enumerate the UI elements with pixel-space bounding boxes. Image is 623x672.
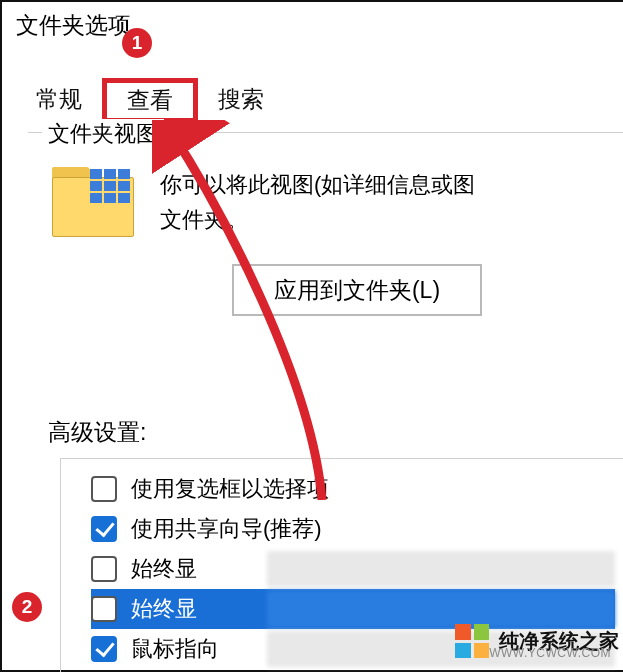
folder-view-description: 你可以将此视图(如详细信息或图 文件夹。 (160, 167, 475, 237)
adv-item-label: 鼠标指向 (131, 634, 219, 664)
checkbox-icon[interactable] (91, 476, 117, 502)
apply-to-folders-button[interactable]: 应用到文件夹(L) (232, 264, 482, 316)
watermark: 纯净系统之家 WWW.YCWCW.COM (455, 624, 619, 658)
folder-icon (52, 167, 134, 237)
window-title: 文件夹选项 (16, 10, 131, 41)
adv-item-label: 始终显 (131, 594, 197, 624)
adv-item-sharing-wizard[interactable]: 使用共享向导(推荐) (91, 509, 615, 549)
adv-item-always-show-1[interactable]: 始终显 (91, 549, 615, 589)
folder-view-group-label: 文件夹视图 (42, 119, 164, 149)
adv-item-always-show-2[interactable]: 始终显 (91, 589, 615, 629)
checkbox-icon[interactable] (91, 556, 117, 582)
tab-view[interactable]: 查看 (102, 78, 198, 123)
folder-view-group: 文件夹视图 你可以将此视图(如详细信息或图 文件夹。 (28, 132, 623, 237)
checkbox-icon[interactable] (91, 636, 117, 662)
adv-item-label: 使用复选框以选择项 (131, 474, 329, 504)
adv-item-checkbox-select[interactable]: 使用复选框以选择项 (91, 469, 615, 509)
annotation-marker-2: 2 (12, 592, 42, 622)
watermark-logo-icon (455, 624, 489, 658)
adv-item-label: 使用共享向导(推荐) (131, 514, 322, 544)
adv-item-label: 始终显 (131, 554, 197, 584)
tab-general[interactable]: 常规 (16, 78, 102, 123)
folder-view-desc-line2: 文件夹。 (160, 202, 475, 237)
checkbox-icon[interactable] (91, 596, 117, 622)
advanced-settings-label: 高级设置: (48, 417, 146, 448)
folder-view-desc-line1: 你可以将此视图(如详细信息或图 (160, 167, 475, 202)
watermark-url: WWW.YCWCW.COM (489, 646, 611, 660)
annotation-marker-1: 1 (122, 28, 152, 58)
obscured-region (267, 551, 615, 587)
tab-search[interactable]: 搜索 (198, 78, 284, 123)
obscured-region (267, 591, 615, 627)
checkbox-icon[interactable] (91, 516, 117, 542)
tab-strip: 常规 查看 搜索 (16, 78, 284, 123)
